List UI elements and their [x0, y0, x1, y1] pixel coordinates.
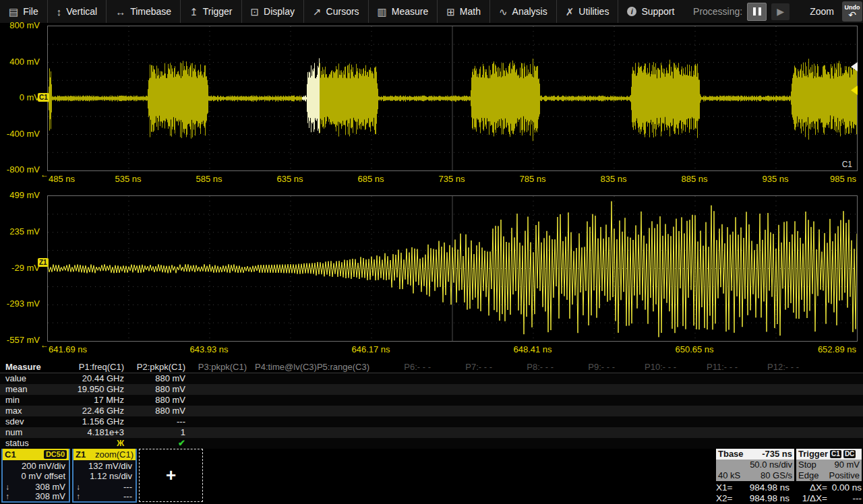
pause-icon [758, 7, 761, 15]
measure-cell-p2-status: ✔ [132, 438, 194, 449]
x-axis-label: 735 ns [438, 174, 465, 184]
menu-item-label: Utilities [578, 6, 609, 17]
measure-row-label: status [0, 438, 71, 449]
menu-item-measure[interactable]: ▥Measure [368, 0, 438, 23]
trigger-slope: Positive [829, 470, 860, 481]
cursor-up-icon: ↑ [5, 492, 9, 501]
menu-item-math[interactable]: ⊞Math [437, 0, 489, 23]
z1-descriptor-box[interactable]: Z1 zoom(C1) 132 mV/div 1.12 ns/div ↓ ---… [72, 449, 137, 503]
utilities-tools-icon: ✗ [566, 7, 574, 17]
measure-cell-p1-min: 17 MHz [71, 395, 132, 406]
measure-row-label: min [0, 395, 71, 406]
oscilloscope-app: ▤File↕Vertical↔Timebase↥Trigger⊡Display↗… [0, 0, 863, 504]
trigger-label: Trigger [798, 449, 828, 460]
bottom-bar: C1 DC50 200 mV/div 0 mV offset ↓ 308 mV … [0, 449, 863, 504]
c1-descriptor-name: C1 [5, 449, 16, 460]
processing-play-button[interactable]: ▶ [771, 3, 790, 20]
measure-col-header-p4[interactable]: P4:time@lv(C3) [255, 362, 316, 373]
status-ok-icon: ✔ [178, 438, 185, 448]
menu-item-trigger[interactable]: ↥Trigger [180, 0, 241, 23]
c1-descriptor-box[interactable]: C1 DC50 200 mV/div 0 mV offset ↓ 308 mV … [1, 449, 70, 503]
measure-col-header-p5[interactable]: P5:range(C3) [316, 362, 378, 373]
y-axis-label: 235 mV [9, 226, 40, 237]
trigger-descriptor-box[interactable]: Trigger C1 DC Stop 90 mV Edge Positive [796, 449, 862, 481]
menu-item-vertical[interactable]: ↕Vertical [47, 0, 106, 23]
x1-value: 984.98 ns [738, 482, 790, 493]
y-axis-label: 0 mV [20, 92, 40, 102]
trigger-source-badge: C1 [830, 450, 841, 458]
x2-value: 984.98 ns [738, 493, 790, 504]
c1-offset: 0 mV offset [5, 471, 65, 481]
menu-item-label: Timebase [130, 6, 171, 17]
z1-plot-area[interactable]: Z1 [47, 195, 858, 342]
c1-plot-area[interactable]: C1 C1 [47, 26, 858, 171]
processing-pause-button[interactable] [747, 3, 767, 21]
cursor-down-icon: ↓ [76, 482, 80, 492]
menu-item-utilities[interactable]: ✗Utilities [556, 0, 618, 23]
measure-col-header-p1[interactable]: P1:freq(C1) [71, 362, 132, 373]
measure-col-header-p7[interactable]: P7:- - - [439, 362, 500, 373]
c1-cursor-up-value: 308 mV [35, 492, 65, 501]
c1-channel-badge[interactable]: C1 [38, 93, 49, 102]
menu-items: ▤File↕Vertical↔Timebase↥Trigger⊡Display↗… [0, 0, 683, 23]
menu-item-label: Display [264, 6, 295, 17]
file-clipboard-icon: ▤ [9, 7, 18, 17]
measure-col-header-p6[interactable]: P6:- - - [378, 362, 439, 373]
x-axis-label: 652.89 ns [818, 344, 856, 354]
x1-label: X1= [716, 482, 738, 493]
measure-cell-p2-sdev: --- [132, 416, 194, 427]
z1-descriptor-name: Z1 [76, 449, 86, 460]
x-axis-label: 535 ns [115, 174, 141, 184]
measure-row-label: num [0, 427, 71, 438]
inv-dx-label: 1/ΔX= [795, 493, 827, 504]
menu-item-support[interactable]: iSupport [618, 0, 683, 23]
cursor-down-icon: ↓ [5, 482, 9, 492]
measure-notebook-icon: ▥ [378, 7, 387, 17]
menu-item-file[interactable]: ▤File [0, 0, 47, 23]
undo-button[interactable]: Undo ↶ [842, 1, 862, 22]
x-axis-label: 643.93 ns [189, 344, 228, 354]
support-info-icon: i [627, 7, 636, 16]
z1-cursor-up-value: --- [123, 492, 132, 501]
y-axis-label: -800 mV [7, 164, 40, 175]
measure-row-label: mean [0, 384, 71, 395]
c1-cursor-down-value: 308 mV [35, 482, 65, 492]
menu-item-label: Trigger [203, 6, 233, 17]
tbase-sample-rate: 80 GS/s [761, 470, 792, 481]
measure-col-header-p3[interactable]: P3:pkpk(C1) [194, 362, 255, 373]
timebase-descriptor-box[interactable]: Tbase -735 ns 50.0 ns/div 40 kS 80 GS/s [716, 449, 794, 481]
c1-volts-per-div: 200 mV/div [5, 461, 65, 471]
trigger-mode: Stop [798, 460, 816, 470]
measure-col-header-p9[interactable]: P9:- - - [562, 362, 623, 373]
measure-col-header-p2[interactable]: P2:pkpk(C1) [132, 362, 194, 373]
menu-bar: ▤File↕Vertical↔Timebase↥Trigger⊡Display↗… [0, 0, 863, 24]
measure-table: MeasureP1:freq(C1)P2:pkpk(C1)P3:pkpk(C1)… [0, 361, 863, 449]
menu-item-timebase[interactable]: ↔Timebase [106, 0, 180, 23]
menu-item-label: Vertical [66, 6, 97, 17]
measure-col-header-p10[interactable]: P10:- - - [623, 362, 684, 373]
undo-arrow-icon: ↶ [848, 11, 856, 19]
z1-channel-badge[interactable]: Z1 [38, 258, 49, 267]
menu-item-display[interactable]: ⊡Display [241, 0, 303, 23]
measure-col-header-p12[interactable]: P12:- - - [746, 362, 807, 373]
y-axis-label: -400 mV [7, 129, 40, 139]
x-axis-label: 641.69 ns [49, 344, 87, 354]
x-axis-label: 985 ns [830, 174, 856, 184]
x-axis-label: 648.41 ns [513, 344, 552, 354]
trigger-level-marker[interactable] [851, 86, 858, 95]
menu-item-label: Math [460, 6, 481, 17]
dx-value: 0.00 ns [827, 482, 862, 493]
add-trace-button[interactable]: + [139, 449, 203, 502]
dx-label: ΔX= [795, 482, 827, 493]
menu-item-cursors[interactable]: ↗Cursors [303, 0, 368, 23]
measure-col-header-p11[interactable]: P11:- - - [684, 362, 746, 373]
trigger-time-marker[interactable] [851, 62, 858, 71]
x-axis-label: 835 ns [600, 174, 626, 184]
measure-col-header-p8[interactable]: P8:- - - [500, 362, 562, 373]
cursor-readout: X1= 984.98 ns ΔX= 0.00 ns X2= 984.98 ns … [716, 482, 862, 504]
tbase-samples: 40 kS [718, 470, 740, 481]
x-axis-label: 485 ns [49, 174, 75, 184]
menu-item-analysis[interactable]: ∿Analysis [489, 0, 556, 23]
x2-label: X2= [716, 493, 738, 504]
x-axis-label: 785 ns [519, 174, 545, 184]
